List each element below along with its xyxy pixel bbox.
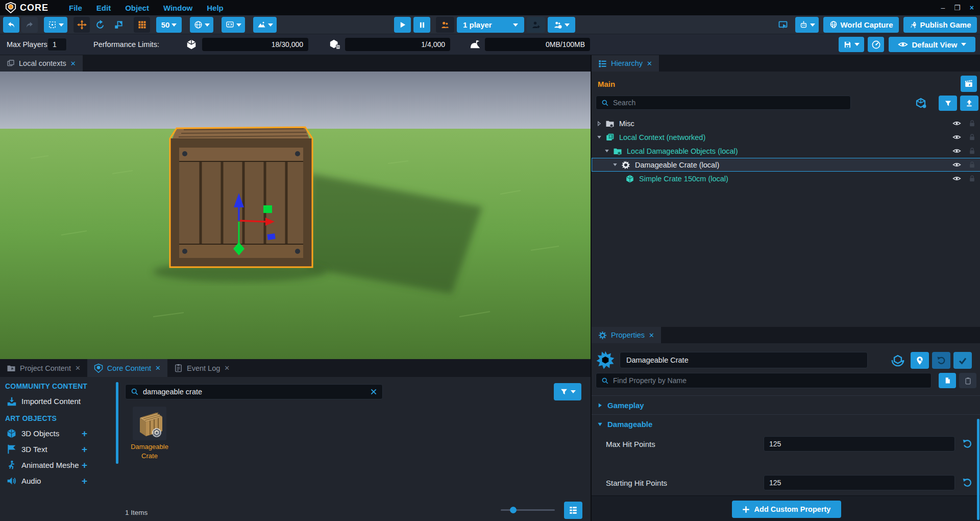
tab-project-content[interactable]: Project Content ✕ (0, 359, 87, 377)
visibility-eye-icon[interactable] (952, 133, 961, 141)
lock-icon[interactable] (968, 120, 976, 127)
asset-search-input[interactable] (143, 388, 366, 396)
expand-arrow-expanded-icon[interactable] (596, 134, 602, 140)
add-animated-meshes-button[interactable]: + (82, 460, 87, 471)
tab-event-log[interactable]: Event Log ✕ (167, 359, 236, 377)
lock-icon[interactable] (968, 175, 976, 182)
asset-card-damageable-crate[interactable]: Damageable Crate (128, 407, 172, 461)
menu-file[interactable]: File (69, 4, 82, 12)
sidebar-item-imported-content[interactable]: Imported Content (0, 393, 116, 409)
visibility-eye-icon[interactable] (952, 147, 961, 155)
snap-size-dropdown[interactable]: 50 (156, 17, 182, 33)
thumbnail-size-slider[interactable] (501, 509, 555, 511)
rotate-tool-button[interactable] (92, 17, 108, 33)
visibility-eye-icon[interactable] (952, 160, 961, 169)
move-tool-button[interactable] (74, 17, 90, 33)
gizmo-plane-handle-blue[interactable] (267, 233, 275, 240)
tab-local-contexts[interactable]: Local contexts ✕ (0, 55, 83, 72)
expand-arrow-expanded-icon[interactable] (612, 162, 618, 168)
find-in-scene-button[interactable] (911, 352, 929, 369)
lock-icon[interactable] (968, 133, 976, 141)
tree-row-local-context[interactable]: Local Context (networked) (592, 130, 980, 144)
viewport-3d-scene[interactable] (0, 72, 591, 359)
gizmo-plane-handle-green[interactable] (263, 205, 272, 213)
paste-properties-button[interactable] (959, 373, 976, 388)
asset-filter-dropdown[interactable] (554, 383, 581, 400)
performance-gauge-button[interactable] (868, 37, 884, 52)
max-players-input[interactable] (47, 38, 67, 51)
minimize-button[interactable]: – (941, 4, 945, 12)
menu-help[interactable]: Help (207, 4, 224, 12)
hierarchy-close-icon[interactable]: ✕ (647, 60, 652, 67)
sidebar-item-animated-meshes[interactable]: Animated Meshes + (0, 457, 116, 473)
sidebar-item-3d-objects[interactable]: 3D Objects + (0, 425, 116, 441)
tree-row-damageable-crate[interactable]: Damageable Crate (local) (592, 158, 980, 172)
player-count-dropdown[interactable]: 1 player (457, 17, 524, 33)
copy-properties-button[interactable] (939, 373, 956, 388)
cinematic-capture-button[interactable] (961, 76, 977, 92)
tab-hierarchy[interactable]: Hierarchy ✕ (592, 55, 659, 72)
publish-game-button[interactable]: Publish Game (903, 17, 977, 33)
add-3d-objects-button[interactable]: + (82, 428, 87, 439)
play-button[interactable] (394, 17, 411, 33)
pause-button[interactable] (413, 17, 430, 33)
core-content-close-icon[interactable]: ✕ (155, 364, 161, 372)
default-view-dropdown[interactable]: Default View (889, 37, 975, 52)
terrain-dropdown[interactable] (253, 17, 277, 33)
hierarchy-filter-button[interactable] (939, 96, 957, 111)
undo-button[interactable] (3, 17, 19, 33)
sidebar-item-audio[interactable]: Audio + (0, 473, 116, 489)
reset-property-icon[interactable] (962, 439, 972, 449)
asset-search-box[interactable] (125, 384, 383, 399)
template-cube-icon[interactable] (915, 97, 927, 109)
menu-edit[interactable]: Edit (96, 4, 111, 12)
restore-button[interactable]: ❐ (954, 4, 961, 12)
select-tool-button[interactable] (44, 17, 67, 33)
grid-view-button[interactable] (564, 502, 582, 519)
revert-button[interactable] (932, 352, 950, 369)
event-log-close-icon[interactable]: ✕ (224, 364, 230, 372)
section-damageable[interactable]: Damageable (592, 415, 980, 433)
screen-mode-dropdown[interactable] (222, 17, 245, 33)
tab-core-content[interactable]: Core Content ✕ (87, 359, 167, 377)
visibility-eye-icon[interactable] (952, 119, 961, 128)
section-gameplay[interactable]: Gameplay (592, 396, 980, 414)
menu-object[interactable]: Object (125, 4, 149, 12)
world-settings-dropdown[interactable] (190, 17, 213, 33)
tab-properties[interactable]: Properties ✕ (592, 327, 661, 343)
object-name-input[interactable] (620, 352, 868, 368)
property-search-box[interactable] (596, 373, 932, 388)
lock-icon[interactable] (968, 161, 976, 169)
apply-button[interactable] (953, 352, 972, 369)
properties-scrollbar[interactable] (977, 419, 979, 520)
add-custom-property-button[interactable]: Add Custom Property (732, 501, 841, 518)
local-contexts-close-icon[interactable]: ✕ (70, 60, 76, 67)
reset-property-icon[interactable] (962, 478, 972, 488)
save-dropdown[interactable] (839, 37, 864, 52)
player-settings-dropdown[interactable] (548, 17, 575, 33)
tree-row-misc[interactable]: Misc (592, 116, 980, 130)
add-player-button[interactable] (527, 17, 545, 33)
tree-row-simple-crate[interactable]: Simple Crate 150cm (local) (592, 172, 980, 185)
screen-share-button[interactable] (775, 17, 791, 33)
project-content-close-icon[interactable]: ✕ (75, 364, 81, 372)
lock-icon[interactable] (968, 147, 976, 155)
property-search-input[interactable] (613, 376, 926, 385)
add-3d-text-button[interactable]: + (82, 444, 87, 455)
clear-search-icon[interactable] (370, 388, 377, 395)
world-capture-button[interactable]: World Capture (823, 17, 899, 33)
multiplayer-preview-button[interactable] (436, 17, 454, 33)
slider-knob[interactable] (510, 507, 517, 513)
hierarchy-search-input[interactable] (613, 99, 845, 107)
tree-row-local-damageable-objects[interactable]: Local Damageable Objects (local) (592, 144, 980, 158)
max-hit-points-input[interactable] (764, 436, 955, 452)
properties-close-icon[interactable]: ✕ (649, 331, 654, 339)
expand-arrow-expanded-icon[interactable] (604, 148, 610, 154)
visibility-eye-icon[interactable] (952, 174, 961, 183)
grid-snap-button[interactable] (134, 17, 150, 33)
starting-hit-points-input[interactable] (764, 475, 955, 490)
bot-tools-dropdown[interactable] (795, 17, 819, 33)
hierarchy-search-box[interactable] (596, 96, 851, 110)
expand-arrow-collapsed-icon[interactable] (596, 121, 602, 127)
menu-window[interactable]: Window (163, 4, 192, 12)
